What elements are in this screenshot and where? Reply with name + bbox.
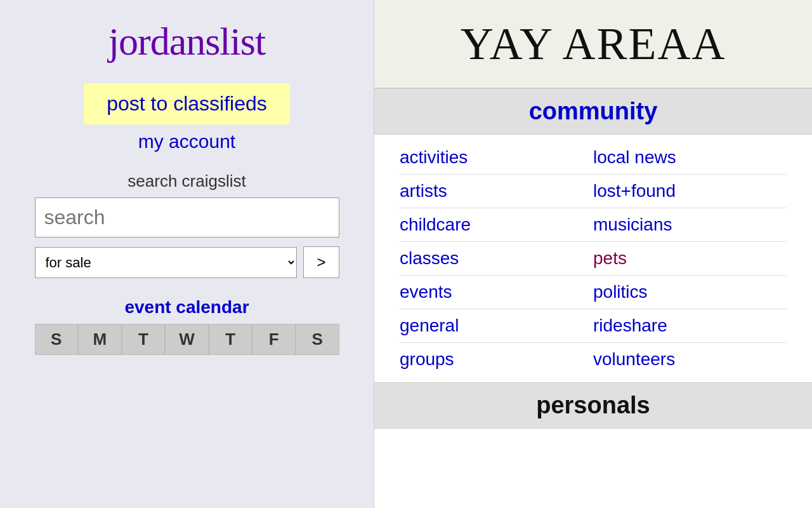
personals-section-header: personals — [374, 383, 812, 428]
main-content: YAY AREAA community activitiesartistschi… — [374, 0, 812, 508]
calendar-day-label: W — [165, 324, 209, 355]
calendar-day-label: T — [122, 324, 166, 355]
community-link-pets[interactable]: pets — [593, 242, 787, 276]
community-title: community — [529, 98, 658, 124]
calendar-day-label: T — [209, 324, 252, 355]
community-link-lost-found[interactable]: lost+found — [593, 175, 787, 208]
community-link-politics[interactable]: politics — [593, 276, 787, 309]
post-classifieds-button[interactable]: post to classifieds — [84, 83, 290, 124]
logo: jordanslist — [108, 19, 265, 64]
sections-container: community activitiesartistschildcareclas… — [374, 89, 812, 429]
calendar-day-label: S — [296, 324, 339, 355]
community-section: community activitiesartistschildcareclas… — [374, 89, 812, 383]
search-craigslist-label: search craigslist — [128, 171, 246, 191]
community-col2: local newslost+foundmusicianspetspolitic… — [593, 141, 787, 376]
community-link-classes[interactable]: classes — [400, 242, 593, 276]
my-account-link[interactable]: my account — [138, 131, 235, 152]
search-controls: for salehousingjobsservicescommunitygigs… — [35, 246, 339, 278]
community-section-header: community — [374, 89, 812, 135]
calendar-day-label: F — [252, 324, 296, 355]
search-input[interactable] — [35, 197, 339, 237]
community-link-childcare[interactable]: childcare — [400, 208, 593, 242]
sidebar: jordanslist post to classifieds my accou… — [0, 0, 374, 508]
personals-title: personals — [536, 392, 650, 418]
category-select[interactable]: for salehousingjobsservicescommunitygigs… — [35, 247, 298, 278]
community-links: activitiesartistschildcareclasseseventsg… — [374, 135, 812, 382]
personals-section: personals — [374, 383, 812, 429]
region-header: YAY AREAA — [374, 0, 812, 89]
community-col1: activitiesartistschildcareclasseseventsg… — [400, 141, 593, 376]
community-link-rideshare[interactable]: rideshare — [593, 309, 787, 343]
calendar-day-label: M — [78, 324, 122, 355]
community-link-artists[interactable]: artists — [400, 175, 593, 208]
search-go-button[interactable]: > — [303, 246, 339, 278]
community-link-musicians[interactable]: musicians — [593, 208, 787, 242]
community-link-events[interactable]: events — [400, 276, 593, 309]
community-link-volunteers[interactable]: volunteers — [593, 343, 787, 376]
region-title: YAY AREAA — [461, 18, 726, 70]
community-link-general[interactable]: general — [400, 309, 593, 343]
calendar-header: SMTWTFS — [35, 324, 339, 355]
community-link-local news[interactable]: local news — [593, 141, 787, 175]
calendar-day-label: S — [35, 324, 79, 355]
community-link-activities[interactable]: activities — [400, 141, 593, 175]
event-calendar-title: event calendar — [124, 297, 249, 318]
community-link-groups[interactable]: groups — [400, 343, 593, 376]
